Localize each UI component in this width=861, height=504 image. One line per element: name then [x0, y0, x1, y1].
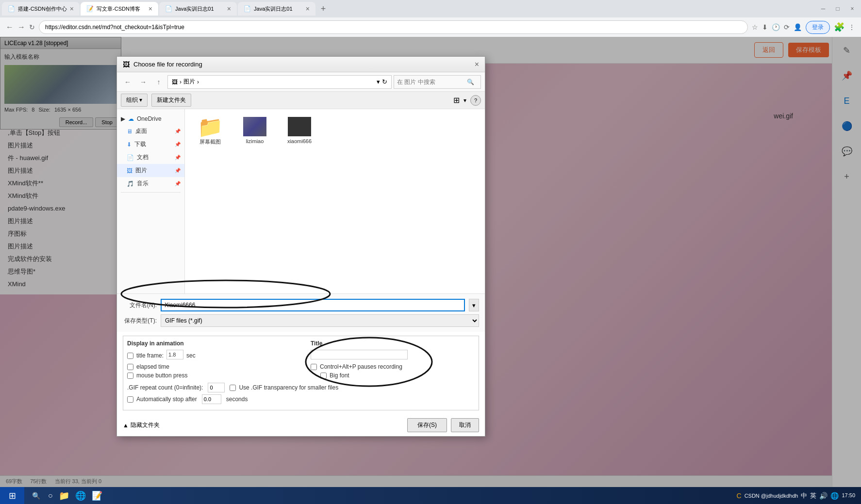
filename-input[interactable] [161, 299, 465, 311]
title-section-label: Title [311, 340, 475, 347]
browser-minimize[interactable]: ─ [816, 2, 830, 16]
repeat-value[interactable] [208, 383, 225, 392]
file-item-lizimiao[interactable]: lizimiao [235, 115, 274, 147]
user-taskbar-label: CSDN @jdhudjdkdhdh [745, 493, 798, 499]
path-dropdown[interactable]: ▾ [377, 78, 380, 85]
filetype-select[interactable]: GIF files (*.gif) [161, 314, 479, 327]
tab-label-4: Java实训日志01 [254, 5, 292, 13]
start-button[interactable]: ⊞ [0, 487, 24, 504]
download-folder-icon: ⬇ [127, 141, 132, 148]
dialog-files: 📁 屏幕截图 lizimiao [185, 109, 485, 293]
hide-folders-section[interactable]: ▲ 隐藏文件夹 [123, 421, 160, 429]
image-icon-xiaomi [288, 117, 311, 136]
documents-icon: 📄 [127, 154, 134, 161]
anim-section-title: Display in animation [127, 340, 291, 347]
pictures-label: 图片 [135, 166, 147, 175]
taskbar-chrome[interactable]: 🌐 [73, 488, 88, 503]
taskbar-cortana[interactable]: ○ [46, 488, 55, 503]
tab-csdn-create[interactable]: 📄 搭建-CSDN创作中心 × [2, 2, 80, 16]
cancel-dialog-button[interactable]: 取消 [451, 418, 479, 432]
pictures-pin-icon: 📌 [175, 168, 181, 173]
account-icon[interactable]: 👤 [794, 23, 802, 31]
sidebar-pictures[interactable]: 🖼 图片 📌 [117, 164, 184, 177]
refresh-button[interactable]: ↻ [29, 23, 35, 31]
organize-button[interactable]: 组织 ▾ [121, 94, 148, 107]
desktop-label: 桌面 [135, 127, 147, 135]
cortana-icon: ○ [48, 491, 53, 500]
image-icon-lizimiao [243, 117, 266, 136]
dialog-body: ▶ ☁ OneDrive 🖥 桌面 📌 ⬇ 下载 📌 📄 [117, 109, 485, 293]
address-input[interactable] [39, 20, 748, 34]
browser-close[interactable]: × [845, 2, 859, 16]
autostop-value[interactable] [202, 394, 221, 404]
onedrive-section: ▶ ☁ OneDrive [117, 113, 184, 125]
dialog-icon: 🖼 [123, 61, 130, 68]
dialog-close-button[interactable]: × [475, 60, 479, 69]
browser-maximize[interactable]: □ [831, 2, 844, 16]
view-toggle-btn[interactable]: ⊞ [453, 96, 460, 105]
address-bar: ← → ↻ ☆ ⬇ 🕐 ⟳ 👤 登录 🧩 ⋮ [0, 17, 861, 37]
save-dialog-button[interactable]: 保存(S) [407, 418, 447, 432]
menu-icon[interactable]: ⋮ [848, 23, 855, 31]
tab-java-1[interactable]: 📄 Java实训日志01 × [159, 2, 237, 16]
anim-left: Display in animation title frame: sec el… [127, 340, 291, 381]
history-icon[interactable]: 🕐 [772, 23, 780, 31]
sidebar-documents[interactable]: 📄 文档 📌 [117, 151, 184, 164]
view-dropdown-btn[interactable]: ▾ [464, 97, 466, 104]
dialog-titlebar: 🖼 Choose file for recording × [117, 57, 485, 72]
onedrive-item[interactable]: ▶ ☁ OneDrive [117, 113, 184, 125]
path-icon: 🖼 [172, 79, 178, 85]
sidebar-download[interactable]: ⬇ 下载 📌 [117, 138, 184, 151]
title-input-field[interactable] [311, 350, 408, 359]
tab-close-2[interactable]: × [149, 5, 152, 13]
tab-close-1[interactable]: × [70, 5, 74, 13]
file-item-xiaomi[interactable]: xiaomi666 [280, 115, 319, 147]
sidebar-music[interactable]: 🎵 音乐 📌 [117, 177, 184, 190]
new-folder-button[interactable]: 新建文件夹 [151, 94, 191, 107]
extension-icon[interactable]: 🧩 [834, 22, 844, 33]
tab-java-2[interactable]: 📄 Java实训日志01 × [238, 2, 315, 16]
file-item-screenshots[interactable]: 📁 屏幕截图 [191, 115, 230, 147]
search-box: 🔍 [394, 75, 481, 89]
tab-csdn-write[interactable]: 📝 写文章-CSDN博客 × [81, 2, 158, 16]
login-button[interactable]: 登录 [806, 21, 830, 34]
download-icon[interactable]: ⬇ [762, 23, 768, 31]
titleframe-checkbox[interactable] [127, 353, 133, 359]
autostop-unit: seconds [226, 396, 248, 403]
dialog-back-btn[interactable]: ← [121, 75, 134, 89]
elapsed-checkbox[interactable] [127, 364, 133, 370]
network-icon[interactable]: 🌐 [830, 492, 839, 500]
browser-icons: ☆ ⬇ 🕐 ⟳ 👤 登录 🧩 ⋮ [752, 21, 855, 34]
taskbar-files[interactable]: 📁 [57, 488, 71, 503]
back-button[interactable]: ← [6, 23, 14, 32]
search-input[interactable] [397, 79, 465, 85]
xiaomi-label: xiaomi666 [287, 138, 312, 144]
path-arrow: › [197, 79, 199, 85]
dialog-forward-btn[interactable]: → [136, 75, 150, 89]
autostop-checkbox[interactable] [127, 396, 133, 403]
help-button[interactable]: ? [470, 95, 481, 106]
tab-close-3[interactable]: × [227, 5, 231, 13]
address-path[interactable]: 🖼 › 图片 › ▾ ↻ [167, 75, 392, 89]
bigfont-checkbox[interactable] [320, 373, 327, 379]
refresh-path-btn[interactable]: ↻ [382, 78, 387, 85]
filename-dropdown-btn[interactable]: ▾ [469, 299, 479, 311]
sync-icon[interactable]: ⟳ [784, 23, 790, 31]
taskbar-search[interactable]: 🔍 [28, 488, 44, 503]
sidebar-desktop[interactable]: 🖥 桌面 📌 [117, 125, 184, 138]
bookmark-icon[interactable]: ☆ [752, 23, 758, 31]
forward-button[interactable]: → [17, 23, 25, 32]
mouse-checkbox[interactable] [127, 373, 133, 379]
input-method-icon[interactable]: 英 [810, 491, 816, 500]
taskbar-notepad[interactable]: 📝 [90, 488, 104, 503]
lang-switch-icon[interactable]: 中 [801, 491, 807, 500]
dialog-up-btn[interactable]: ↑ [152, 75, 166, 89]
titleframe-value[interactable] [166, 350, 183, 359]
control-checkbox[interactable] [311, 364, 317, 370]
tab-favicon-1: 📄 [8, 5, 15, 12]
volume-icon[interactable]: 🔊 [819, 492, 828, 500]
transparency-checkbox[interactable] [230, 385, 236, 391]
filename-label: 文件名(N): [123, 301, 157, 309]
tab-close-4[interactable]: × [306, 5, 310, 13]
new-tab-button[interactable]: + [316, 2, 330, 16]
